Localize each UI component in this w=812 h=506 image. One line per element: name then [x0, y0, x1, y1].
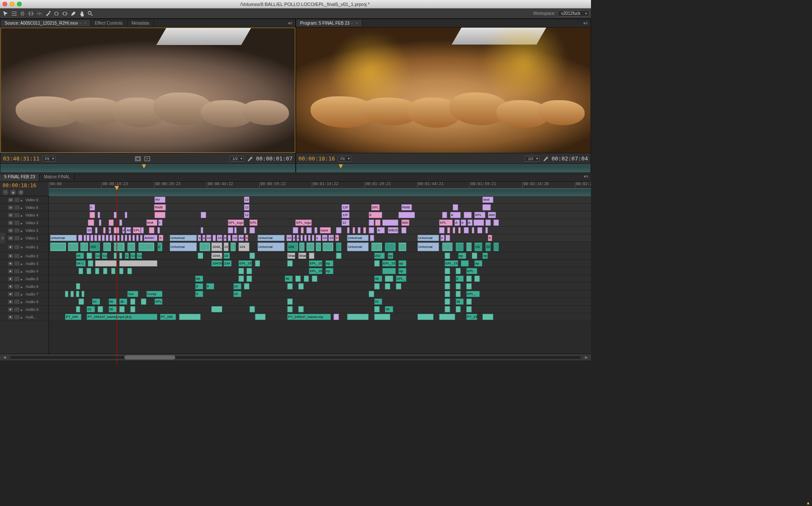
clip[interactable] [65, 291, 68, 297]
lock-icon[interactable] [14, 284, 20, 289]
clip[interactable]: E [369, 212, 382, 218]
clip[interactable]: r [109, 227, 111, 233]
clip[interactable] [473, 219, 484, 226]
speaker-icon[interactable] [8, 245, 13, 249]
close-window-button[interactable] [3, 2, 7, 6]
clip[interactable] [493, 242, 499, 251]
expand-icon[interactable]: ▸ [21, 214, 24, 217]
video-track-header[interactable]: V▸Video 1 [0, 234, 48, 242]
clip[interactable] [298, 306, 304, 312]
clip[interactable] [385, 242, 396, 251]
clip[interactable] [246, 275, 252, 282]
expand-icon[interactable]: ▸ [21, 285, 24, 288]
clip[interactable]: EPL_15 [309, 268, 322, 274]
clip[interactable] [95, 227, 98, 233]
clip[interactable] [238, 268, 244, 274]
timeline-track[interactable]: RV12limit [49, 196, 591, 204]
clip[interactable] [130, 298, 136, 305]
clip[interactable] [132, 235, 135, 241]
eye-icon[interactable] [8, 213, 13, 217]
speaker-icon[interactable] [8, 292, 13, 296]
clip[interactable] [396, 283, 401, 290]
minimize-window-button[interactable] [10, 2, 14, 6]
clip[interactable]: ep [474, 260, 482, 267]
clip[interactable] [103, 242, 111, 251]
clip[interactable] [114, 242, 125, 251]
lock-icon[interactable] [14, 269, 20, 273]
timeline-track[interactable]: 089090EPL_8 [49, 275, 591, 283]
sequence-tab[interactable]: 5 FINAL FEB 23 [0, 174, 39, 181]
clip[interactable] [369, 227, 374, 233]
clip[interactable]: WB15 [388, 227, 399, 233]
clip[interactable] [485, 227, 488, 233]
clip[interactable] [369, 291, 374, 297]
clip[interactable]: 10 [206, 235, 212, 241]
clip[interactable] [228, 227, 233, 233]
timeline-track[interactable]: 202CUniversal104A_10104Universal104Unive… [49, 242, 591, 252]
clip[interactable] [76, 306, 80, 312]
expand-icon[interactable]: ▸ [21, 270, 24, 273]
clip[interactable] [456, 291, 461, 297]
clip[interactable] [119, 253, 122, 259]
clip[interactable] [374, 283, 380, 290]
clip[interactable]: PT_245 [65, 314, 81, 320]
clip[interactable] [293, 227, 298, 233]
clip[interactable]: 10 [232, 235, 238, 241]
clip[interactable] [201, 227, 203, 233]
timeline-track[interactable]: DtrAA0EPLsqueAWB15 [49, 227, 591, 234]
clip[interactable] [299, 242, 305, 251]
lock-icon[interactable] [14, 228, 20, 233]
clip[interactable] [154, 212, 165, 218]
speaker-icon[interactable] [8, 269, 13, 273]
clip[interactable] [130, 306, 136, 312]
clip[interactable]: b [245, 235, 249, 241]
clip[interactable]: Universal [347, 235, 369, 241]
clip[interactable]: 10 [322, 235, 328, 241]
clip[interactable] [102, 235, 104, 241]
speaker-icon[interactable] [8, 277, 13, 281]
clip[interactable] [304, 235, 307, 241]
clip[interactable]: Universal [258, 235, 285, 241]
source-in-timecode[interactable]: 03:48:31:11 [3, 155, 39, 162]
clip[interactable] [439, 314, 455, 320]
clip[interactable]: 104A_ [211, 253, 222, 259]
clip[interactable] [179, 314, 201, 320]
clip[interactable]: 202 [374, 253, 385, 259]
clip[interactable]: A [122, 227, 125, 233]
clip[interactable] [358, 227, 360, 233]
clip[interactable] [370, 235, 374, 241]
clip[interactable] [385, 275, 393, 282]
lock-icon[interactable] [14, 277, 20, 281]
clip[interactable]: s [202, 235, 206, 241]
speaker-icon[interactable] [8, 254, 13, 258]
timeline-track[interactable]: EPL_15epepEPL [49, 267, 591, 275]
clip[interactable] [117, 235, 120, 241]
clip[interactable] [336, 227, 342, 233]
clip[interactable]: Ch [474, 242, 482, 251]
clip[interactable] [474, 275, 480, 282]
clip[interactable]: ep [458, 253, 466, 259]
clip[interactable] [109, 219, 114, 226]
video-track-header[interactable]: ▸Video 6 [0, 196, 48, 204]
program-tab[interactable]: Program: 5 FINAL FEB 23× [296, 20, 362, 26]
speaker-icon[interactable] [8, 315, 13, 319]
clip[interactable] [458, 227, 461, 233]
clip[interactable]: 04 [76, 253, 84, 259]
eye-icon[interactable] [8, 228, 13, 233]
clip[interactable]: ep [398, 268, 406, 274]
clip[interactable]: 08 [195, 275, 203, 282]
clip[interactable] [121, 235, 123, 241]
clip[interactable] [119, 306, 125, 312]
clip[interactable] [136, 235, 139, 241]
clip[interactable] [76, 291, 79, 297]
clip[interactable] [78, 268, 83, 274]
clip[interactable]: E [488, 235, 492, 241]
clip[interactable] [87, 268, 91, 274]
source-scrubber[interactable] [0, 164, 295, 172]
zoom-slider[interactable] [10, 356, 581, 359]
clip[interactable] [445, 306, 450, 312]
clip[interactable]: 10 [217, 235, 222, 241]
timeline-timecode[interactable]: 00:00:18:16 [3, 183, 46, 188]
clip[interactable]: 104T6 [211, 260, 222, 267]
clip[interactable] [453, 204, 458, 211]
